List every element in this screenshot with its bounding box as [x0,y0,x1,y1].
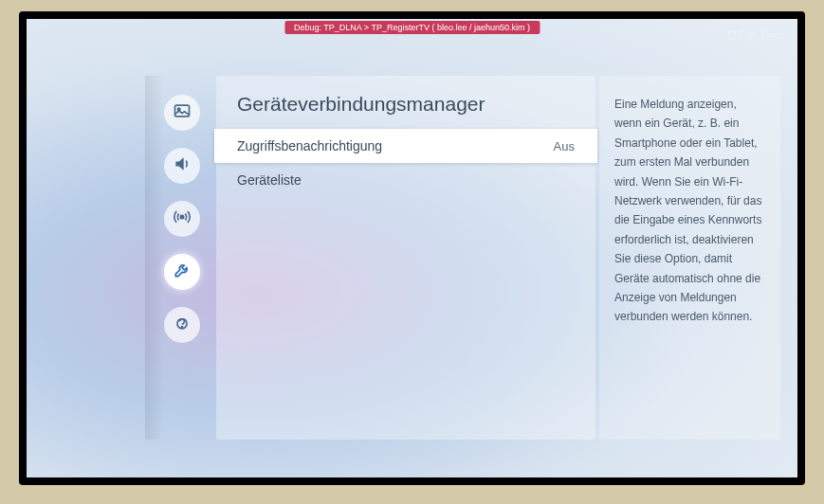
sound-icon [173,154,192,177]
debug-bar: Debug: TP_DLNA > TP_RegisterTV ( bleo.le… [284,21,540,34]
sidebar-item-picture[interactable] [164,95,200,131]
svg-rect-0 [175,105,190,117]
tv-frame: Debug: TP_DLNA > TP_RegisterTV ( bleo.le… [19,11,805,485]
shadow-divider [145,76,164,440]
menu-item-device-list[interactable]: Geräteliste [216,163,595,197]
menu-item-value: Aus [554,139,575,153]
panel-title: Geräteverbindungsmanager [216,93,595,129]
menu-item-label: Geräteliste [237,172,302,188]
menu-item-access-notification[interactable]: Zugriffsbenachrichtigung Aus [214,129,597,163]
support-icon [173,314,192,336]
svg-point-2 [180,215,183,218]
settings-sidebar [164,95,200,343]
sidebar-item-sound[interactable] [164,148,200,184]
help-text: Eine Meldung anzeigen, wenn ein Gerät, z… [614,95,765,327]
signal-source-label: DTV Terr [727,28,784,43]
wrench-icon [173,261,192,283]
debug-text: Debug: TP_DLNA > TP_RegisterTV ( bleo.le… [294,23,530,32]
broadcast-icon [173,207,192,230]
menu-item-label: Zugriffsbenachrichtigung [237,138,382,153]
sidebar-item-general[interactable] [164,254,200,290]
sidebar-item-broadcast[interactable] [164,201,200,237]
help-panel: Eine Meldung anzeigen, wenn ein Gerät, z… [599,76,780,440]
svg-point-3 [181,327,182,328]
sidebar-item-support[interactable] [164,307,200,343]
settings-main-panel: Geräteverbindungsmanager Zugriffsbenachr… [216,76,595,440]
picture-icon [173,101,192,124]
tv-screen: Debug: TP_DLNA > TP_RegisterTV ( bleo.le… [27,19,797,477]
